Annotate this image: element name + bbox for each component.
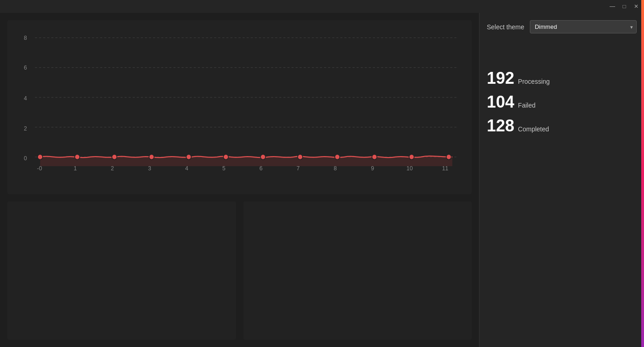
theme-row: Select theme Light Dark Dimmed High Cont… xyxy=(487,20,637,33)
minimize-button[interactable]: — xyxy=(608,2,616,11)
content-area: 8 6 4 2 0 xyxy=(0,13,644,347)
dot-6 xyxy=(260,154,265,159)
dot-10 xyxy=(409,154,414,159)
close-button[interactable]: ✕ xyxy=(632,2,640,11)
dot-2 xyxy=(112,154,117,159)
y-label-6: 6 xyxy=(24,65,27,71)
main-chart: 8 6 4 2 0 xyxy=(15,27,462,187)
stat-number-failed: 104 xyxy=(487,94,514,110)
right-sidebar: Select theme Light Dark Dimmed High Cont… xyxy=(479,13,644,347)
dot-8 xyxy=(335,154,340,159)
bottom-panels xyxy=(7,201,472,340)
x-label-2: 2 xyxy=(111,165,114,172)
stat-row-processing: 192 Processing xyxy=(487,70,637,87)
main-window: — □ ✕ 8 6 4 2 0 xyxy=(0,0,644,347)
x-label-1: 1 xyxy=(74,165,77,172)
stat-label-processing: Processing xyxy=(518,78,550,85)
right-accent-bar xyxy=(641,13,644,347)
stat-number-processing: 192 xyxy=(487,70,514,87)
title-bar: — □ ✕ xyxy=(0,0,644,13)
y-label-2: 2 xyxy=(24,125,27,131)
theme-select-wrapper: Light Dark Dimmed High Contrast ▾ xyxy=(530,20,637,33)
x-label-9: 9 xyxy=(371,165,374,172)
x-label-8: 8 xyxy=(334,165,337,172)
theme-label: Select theme xyxy=(487,23,524,31)
dot-7 xyxy=(297,154,303,159)
stat-number-completed: 128 xyxy=(487,118,514,134)
dot-3 xyxy=(149,154,154,159)
dot-11 xyxy=(446,154,451,159)
stat-label-failed: Failed xyxy=(518,102,535,109)
maximize-button[interactable]: □ xyxy=(620,2,628,11)
bottom-panel-right xyxy=(243,201,472,340)
stat-label-completed: Completed xyxy=(518,125,549,133)
dot-9 xyxy=(372,154,377,159)
x-label-3: 3 xyxy=(148,165,151,172)
dot-4 xyxy=(186,154,191,159)
stat-row-failed: 104 Failed xyxy=(487,94,637,110)
y-label-4: 4 xyxy=(24,95,27,102)
main-panel: 8 6 4 2 0 xyxy=(0,13,479,347)
x-label-10: 10 xyxy=(407,165,413,172)
bottom-panel-left xyxy=(7,201,236,340)
dot-5 xyxy=(223,154,228,159)
x-label-6: 6 xyxy=(259,165,263,172)
dot-1 xyxy=(75,154,80,159)
stats-section: 192 Processing 104 Failed 128 Completed xyxy=(487,70,637,134)
chart-container: 8 6 4 2 0 xyxy=(7,20,472,194)
x-label-4: 4 xyxy=(185,165,188,172)
theme-select[interactable]: Light Dark Dimmed High Contrast xyxy=(530,20,637,33)
y-label-8: 8 xyxy=(24,35,27,41)
x-label-5: 5 xyxy=(222,165,226,172)
y-label-0: 0 xyxy=(24,155,27,162)
dot-0 xyxy=(38,154,43,159)
x-label-7: 7 xyxy=(297,165,300,172)
x-label-0: -0 xyxy=(37,165,42,172)
x-label-11: 11 xyxy=(442,165,449,172)
stat-row-completed: 128 Completed xyxy=(487,118,637,134)
